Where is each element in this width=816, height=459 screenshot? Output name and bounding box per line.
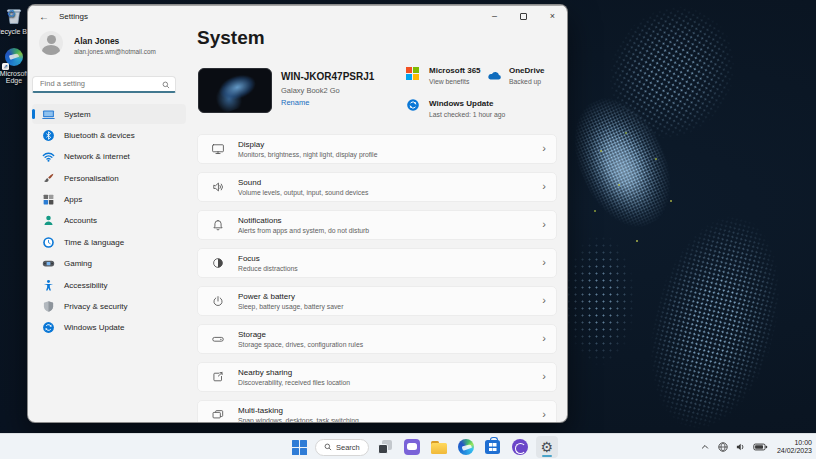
recycle-symbol-icon: ♻ [7, 8, 16, 19]
avatar[interactable] [39, 31, 63, 55]
card-title: Sound [238, 178, 368, 187]
sidebar-item-time-language[interactable]: Time & language [32, 232, 186, 252]
card-title: Display [238, 140, 377, 149]
sidebar-item-label: Windows Update [64, 323, 124, 332]
windows-update-icon [42, 321, 55, 334]
main-pane: System WIN-JKOR47PSRJ1 Galaxy Book2 Go R… [197, 5, 568, 422]
recycle-bin-icon: ♻ [4, 6, 24, 26]
purple-circle-app-button[interactable] [509, 436, 531, 458]
sidebar-item-apps[interactable]: Apps [32, 190, 186, 210]
card-display[interactable]: DisplayMonitors, brightness, night light… [197, 134, 557, 164]
bell-icon [211, 218, 225, 232]
device-name: WIN-JKOR47PSRJ1 [281, 71, 374, 82]
tray-time: 10:00 [777, 439, 812, 448]
card-subtitle: Sleep, battery usage, battery saver [238, 303, 343, 310]
windows-logo-icon [292, 440, 307, 455]
multitasking-windows-icon [211, 408, 225, 422]
tray-chevron-up-icon[interactable] [699, 441, 711, 453]
chevron-right-icon: › [542, 143, 546, 156]
file-explorer-button[interactable] [428, 436, 450, 458]
circular-arrow-app-icon [512, 439, 528, 455]
microsoft-365-icon [406, 67, 420, 81]
paintbrush-icon [42, 172, 55, 185]
windows-update-status-icon [406, 98, 420, 112]
search-icon [162, 81, 170, 89]
system-icon [42, 108, 55, 121]
settings-cards: DisplayMonitors, brightness, night light… [197, 134, 557, 423]
status-title[interactable]: Windows Update [429, 99, 493, 108]
card-notifications[interactable]: NotificationsAlerts from apps and system… [197, 210, 557, 240]
taskbar-search-label: Search [336, 443, 360, 452]
edge-icon [458, 439, 474, 455]
card-sound[interactable]: SoundVolume levels, output, input, sound… [197, 172, 557, 202]
sidebar-item-label: Privacy & security [64, 302, 128, 311]
settings-button-active[interactable]: ⚙ [536, 436, 558, 458]
sidebar-item-label: Personalisation [64, 174, 119, 183]
sidebar-item-privacy-security[interactable]: Privacy & security [32, 297, 186, 317]
particle-tail [631, 204, 799, 442]
taskbar: Search ⚙ [0, 433, 816, 459]
sidebar-nav: System Bluetooth & devices Network & int… [32, 104, 186, 338]
chat-icon [404, 439, 420, 455]
sidebar-item-label: Gaming [64, 259, 92, 268]
nearby-sharing-icon [211, 370, 225, 384]
chat-button[interactable] [401, 436, 423, 458]
taskbar-search[interactable]: Search [315, 439, 369, 456]
sidebar-item-bluetooth-devices[interactable]: Bluetooth & devices [32, 125, 186, 145]
network-globe-icon[interactable] [717, 441, 729, 453]
storage-drive-icon [211, 332, 225, 346]
start-button[interactable] [288, 436, 310, 458]
folder-icon [431, 441, 447, 454]
rename-link[interactable]: Rename [281, 98, 309, 107]
card-multi-tasking[interactable]: Multi-taskingSnap windows, desktops, tas… [197, 400, 557, 423]
status-title[interactable]: Microsoft 365 [429, 66, 481, 75]
card-subtitle: Reduce distractions [238, 265, 298, 272]
search-box[interactable] [32, 76, 176, 93]
focus-icon [211, 256, 225, 270]
taskbar-center: Search ⚙ [288, 434, 558, 459]
device-model: Galaxy Book2 Go [281, 86, 340, 95]
sidebar-item-gaming[interactable]: Gaming [32, 254, 186, 274]
wifi-icon [42, 150, 55, 163]
sidebar-item-accessibility[interactable]: Accessibility [32, 275, 186, 295]
card-title: Notifications [238, 216, 369, 225]
card-title: Power & battery [238, 292, 343, 301]
store-bag-icon [485, 440, 500, 454]
sidebar-item-windows-update[interactable]: Windows Update [32, 318, 186, 338]
sidebar-item-accounts[interactable]: Accounts [32, 211, 186, 231]
desktop: ♻ Recycle Bin ↗ Microsoft Edge ← Setting… [0, 0, 816, 459]
card-subtitle: Storage space, drives, configuration rul… [238, 341, 363, 348]
sidebar-item-system[interactable]: System [32, 104, 186, 124]
card-focus[interactable]: FocusReduce distractions › [197, 248, 557, 278]
sidebar-item-label: Bluetooth & devices [64, 131, 135, 140]
card-storage[interactable]: StorageStorage space, drives, configurat… [197, 324, 557, 354]
card-subtitle: Monitors, brightness, night light, displ… [238, 151, 377, 158]
volume-icon[interactable] [735, 441, 747, 453]
sidebar-item-network-internet[interactable]: Network & internet [32, 147, 186, 167]
gamepad-icon [42, 257, 55, 270]
battery-icon[interactable] [753, 441, 768, 453]
status-subtitle: View benefits [429, 78, 469, 85]
profile-name: Alan Jones [74, 36, 119, 46]
back-button[interactable]: ← [36, 9, 52, 25]
shortcut-arrow-icon: ↗ [2, 63, 9, 70]
search-input[interactable] [33, 77, 175, 91]
task-view-button[interactable] [374, 436, 396, 458]
card-power-battery[interactable]: Power & batterySleep, battery usage, bat… [197, 286, 557, 316]
tray-date: 24/02/2023 [777, 447, 812, 456]
edge-button[interactable] [455, 436, 477, 458]
particle-dust [565, 235, 635, 365]
card-subtitle: Discoverability, received files location [238, 379, 350, 386]
accounts-person-icon [42, 214, 55, 227]
status-title[interactable]: OneDrive [509, 66, 545, 75]
speaker-icon [211, 180, 225, 194]
clock-icon [42, 236, 55, 249]
card-title: Nearby sharing [238, 368, 350, 377]
microsoft-store-button[interactable] [482, 436, 504, 458]
card-nearby-sharing[interactable]: Nearby sharingDiscoverability, received … [197, 362, 557, 392]
sidebar-item-personalisation[interactable]: Personalisation [32, 168, 186, 188]
chevron-right-icon: › [542, 295, 546, 308]
page-title: System [197, 27, 265, 49]
gear-icon: ⚙ [540, 440, 553, 454]
taskbar-clock[interactable]: 10:00 24/02/2023 [774, 439, 812, 456]
